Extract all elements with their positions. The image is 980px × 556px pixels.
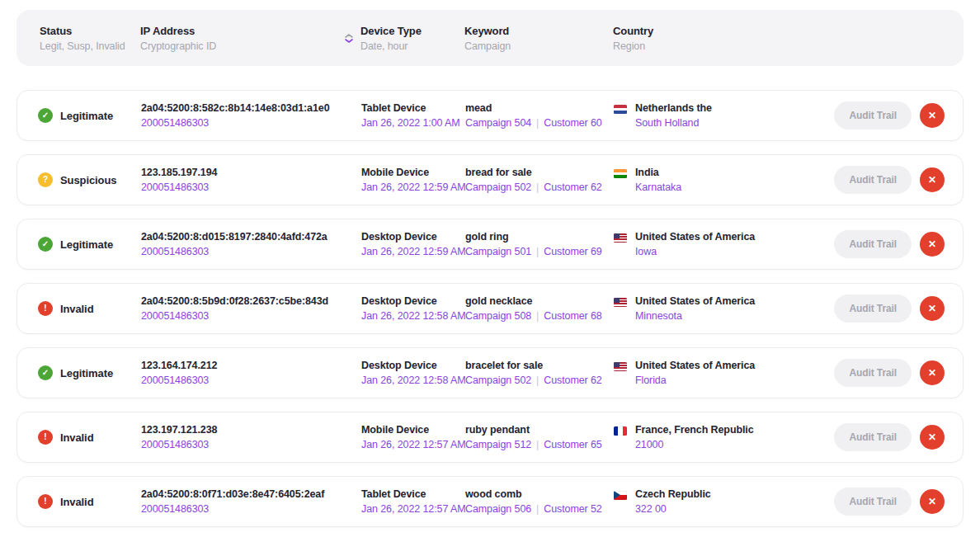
status-label: Invalid <box>60 496 93 508</box>
status-label: Invalid <box>60 303 93 315</box>
country-name: India <box>635 167 681 178</box>
status-cell: ? Suspicious <box>38 172 141 187</box>
row-actions: Audit Trail ✕ <box>834 166 945 194</box>
table-row: ! Invalid 2a04:5200:8:0f71:d03e:8e47:640… <box>16 476 964 527</box>
sort-icon[interactable] <box>345 34 355 43</box>
delete-button[interactable]: ✕ <box>920 167 945 192</box>
divider: | <box>536 375 539 386</box>
customer-link[interactable]: Customer 52 <box>544 503 601 515</box>
delete-button[interactable]: ✕ <box>920 103 945 128</box>
region-link[interactable]: Florida <box>635 375 755 386</box>
status-cell: ✓ Legitimate <box>38 365 141 380</box>
customer-link[interactable]: Customer 62 <box>544 181 601 193</box>
close-icon: ✕ <box>928 497 936 507</box>
customer-link[interactable]: Customer 65 <box>544 439 601 450</box>
customer-link[interactable]: Customer 69 <box>544 246 601 257</box>
ip-cell: 123.197.121.238 200051486303 <box>141 424 346 450</box>
row-actions: Audit Trail ✕ <box>834 294 945 323</box>
region-link[interactable]: 21000 <box>635 439 754 450</box>
campaign-link[interactable]: Campaign 501 <box>465 246 531 257</box>
column-subtitle: Date, hour <box>360 40 464 52</box>
divider: | <box>536 246 539 257</box>
audit-trail-button[interactable]: Audit Trail <box>834 230 912 258</box>
column-header-keyword: Keyword Campaign <box>464 25 613 52</box>
audit-trail-button[interactable]: Audit Trail <box>834 359 912 387</box>
delete-button[interactable]: ✕ <box>920 425 945 450</box>
datetime-link[interactable]: Jan 26, 2022 12:59 AM <box>361 181 465 193</box>
status-label: Legitimate <box>60 367 113 379</box>
keyword: ruby pendant <box>465 424 614 436</box>
keyword: mead <box>465 102 614 114</box>
audit-trail-button[interactable]: Audit Trail <box>834 488 912 516</box>
datetime-link[interactable]: Jan 26, 2022 1:00 AM <box>361 117 465 129</box>
table-row: ? Suspicious 123.185.197.194 20005148630… <box>16 154 964 205</box>
device-type: Desktop Device <box>361 360 465 371</box>
ip-cell: 2a04:5200:8:d015:8197:2840:4afd:472a 200… <box>141 231 346 257</box>
audit-trail-button[interactable]: Audit Trail <box>834 294 912 323</box>
region-link[interactable]: 322 00 <box>635 503 711 515</box>
divider: | <box>536 310 539 322</box>
divider: | <box>536 181 539 193</box>
delete-button[interactable]: ✕ <box>920 232 945 257</box>
keyword: wood comb <box>465 488 614 500</box>
column-header-device: Device Type Date, hour <box>360 25 464 52</box>
status-cell: ! Invalid <box>38 430 141 445</box>
audit-trail-button[interactable]: Audit Trail <box>834 423 912 451</box>
country-cell: India Karnataka <box>614 167 834 193</box>
status-invalid-icon: ! <box>38 430 53 445</box>
datetime-link[interactable]: Jan 26, 2022 12:58 AM <box>361 375 465 386</box>
crypto-id-link[interactable]: 200051486303 <box>141 310 346 322</box>
crypto-id-link[interactable]: 200051486303 <box>141 375 346 386</box>
row-actions: Audit Trail ✕ <box>834 359 945 387</box>
crypto-id-link[interactable]: 200051486303 <box>141 181 346 193</box>
region-link[interactable]: South Holland <box>635 117 712 129</box>
datetime-link[interactable]: Jan 26, 2022 12:59 AM <box>361 246 465 257</box>
delete-button[interactable]: ✕ <box>920 360 945 385</box>
campaign-link[interactable]: Campaign 508 <box>465 310 531 322</box>
audit-trail-button[interactable]: Audit Trail <box>834 101 912 130</box>
chevron-up-icon <box>345 34 353 38</box>
region-link[interactable]: Minnesota <box>635 310 755 322</box>
datetime-link[interactable]: Jan 26, 2022 12:57 AM <box>361 439 465 450</box>
page: Status Legit, Susp, Invalid IP Address C… <box>0 0 980 527</box>
delete-button[interactable]: ✕ <box>920 489 945 514</box>
audit-trail-button[interactable]: Audit Trail <box>834 166 912 194</box>
status-legitimate-icon: ✓ <box>38 108 53 123</box>
crypto-id-link[interactable]: 200051486303 <box>141 246 346 257</box>
campaign-link[interactable]: Campaign 502 <box>465 181 531 193</box>
campaign-link[interactable]: Campaign 504 <box>465 117 531 129</box>
datetime-link[interactable]: Jan 26, 2022 12:57 AM <box>361 503 465 515</box>
campaign-link[interactable]: Campaign 512 <box>465 439 531 450</box>
table-row: ✓ Legitimate 123.164.174.212 20005148630… <box>16 347 964 398</box>
device-type: Desktop Device <box>361 231 465 243</box>
customer-link[interactable]: Customer 68 <box>544 310 601 322</box>
column-title: Device Type <box>360 25 464 37</box>
crypto-id-link[interactable]: 200051486303 <box>141 439 346 450</box>
crypto-id-link[interactable]: 200051486303 <box>141 503 346 515</box>
status-cell: ! Invalid <box>38 494 141 509</box>
delete-button[interactable]: ✕ <box>920 296 945 321</box>
device-cell: Tablet Device Jan 26, 2022 12:57 AM <box>361 488 465 515</box>
ip-cell: 123.185.197.194 200051486303 <box>141 167 346 193</box>
table-row: ✓ Legitimate 2a04:5200:8:582c:8b14:14e8:… <box>16 90 964 141</box>
usa-flag-icon <box>614 233 627 243</box>
region-link[interactable]: Karnataka <box>635 181 681 193</box>
status-cell: ✓ Legitimate <box>38 108 141 123</box>
country-cell: United States of America Iowa <box>614 231 834 257</box>
usa-flag-icon <box>614 362 627 371</box>
status-cell: ✓ Legitimate <box>38 237 141 252</box>
status-label: Suspicious <box>60 174 116 186</box>
campaign-link[interactable]: Campaign 506 <box>465 503 531 515</box>
country-cell: Czech Republic 322 00 <box>614 488 834 515</box>
region-link[interactable]: Iowa <box>635 246 755 257</box>
country-name: Czech Republic <box>635 488 711 500</box>
device-type: Tablet Device <box>361 488 465 500</box>
india-flag-icon <box>614 169 627 178</box>
crypto-id-link[interactable]: 200051486303 <box>141 117 346 129</box>
ip-address: 123.197.121.238 <box>141 424 346 436</box>
customer-link[interactable]: Customer 62 <box>544 375 601 386</box>
campaign-link[interactable]: Campaign 502 <box>465 375 531 386</box>
datetime-link[interactable]: Jan 26, 2022 12:58 AM <box>361 310 465 322</box>
column-subtitle: Region <box>613 40 945 52</box>
customer-link[interactable]: Customer 60 <box>544 117 601 129</box>
